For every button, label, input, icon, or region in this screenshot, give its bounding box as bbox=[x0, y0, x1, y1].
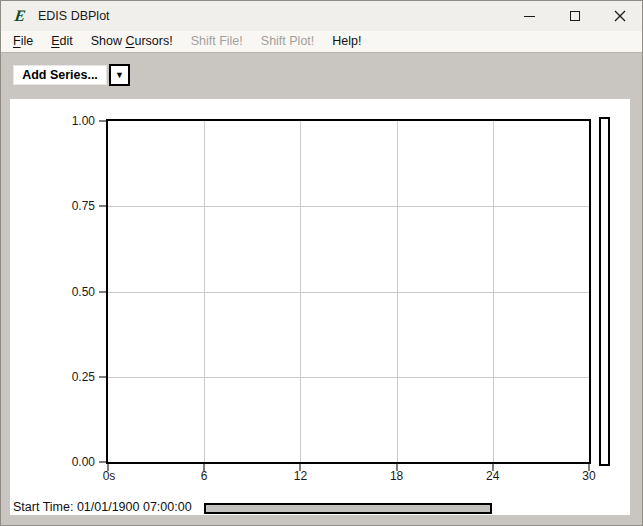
vertical-slider[interactable] bbox=[599, 117, 610, 466]
menu-shift-file: Shift File! bbox=[182, 32, 252, 52]
menu-label: ursors! bbox=[134, 34, 172, 48]
x-tick-label: 6 bbox=[201, 469, 208, 483]
window-controls bbox=[507, 1, 642, 31]
gridline bbox=[493, 121, 494, 462]
add-series-combo: Add Series... ▼ bbox=[13, 64, 130, 86]
menu-label: Help! bbox=[332, 34, 361, 48]
x-tick-label: 0s bbox=[103, 469, 116, 483]
title-bar: E EDIS DBPlot bbox=[1, 1, 642, 31]
app-logo-icon: E bbox=[10, 7, 31, 25]
gridline bbox=[397, 121, 398, 462]
app-window: E EDIS DBPlot File Edit Show Cursors! Sh… bbox=[0, 0, 643, 526]
gridline bbox=[300, 121, 301, 462]
chevron-down-icon: ▼ bbox=[115, 71, 124, 80]
menu-shift-plot: Shift Plot! bbox=[252, 32, 324, 52]
gridline bbox=[108, 377, 589, 378]
x-tick-label: 18 bbox=[390, 469, 403, 483]
menu-label: ile bbox=[21, 34, 34, 48]
minimize-button[interactable] bbox=[507, 1, 552, 31]
y-tick-label: 0.50 bbox=[72, 285, 95, 299]
horizontal-slider[interactable] bbox=[204, 503, 492, 514]
toolbar: Add Series... ▼ bbox=[1, 54, 642, 99]
plot-area: 1.00 0.75 0.50 0.25 0.00 0s 6 12 18 24 3… bbox=[106, 119, 591, 464]
gridline bbox=[204, 121, 205, 462]
menu-file[interactable]: File bbox=[4, 32, 42, 52]
menu-bar: File Edit Show Cursors! Shift File! Shif… bbox=[1, 31, 642, 53]
menu-show-cursors[interactable]: Show Cursors! bbox=[82, 32, 182, 52]
menu-mnemonic: F bbox=[13, 34, 21, 48]
add-series-dropdown-button[interactable]: ▼ bbox=[109, 64, 130, 86]
x-tick-label: 30 bbox=[582, 469, 595, 483]
window-title: EDIS DBPlot bbox=[38, 9, 110, 23]
y-tick-label: 0.00 bbox=[72, 455, 95, 469]
menu-label: dit bbox=[60, 34, 73, 48]
gridline bbox=[108, 292, 589, 293]
menu-label: Shift Plot! bbox=[261, 34, 315, 48]
close-button[interactable] bbox=[597, 1, 642, 31]
menu-help[interactable]: Help! bbox=[323, 32, 370, 52]
menu-label: Shift File! bbox=[191, 34, 243, 48]
y-tick-label: 0.25 bbox=[72, 370, 95, 384]
add-series-combobox[interactable]: Add Series... bbox=[13, 65, 107, 85]
x-tick-label: 24 bbox=[486, 469, 499, 483]
y-tick-label: 1.00 bbox=[72, 114, 95, 128]
menu-mnemonic: E bbox=[51, 34, 59, 48]
maximize-icon bbox=[570, 11, 580, 21]
maximize-button[interactable] bbox=[552, 1, 597, 31]
menu-edit[interactable]: Edit bbox=[42, 32, 82, 52]
y-tick-label: 0.75 bbox=[72, 199, 95, 213]
x-tick-label: 12 bbox=[294, 469, 307, 483]
gridline bbox=[108, 206, 589, 207]
minimize-icon bbox=[524, 16, 535, 17]
menu-label: Show bbox=[91, 34, 126, 48]
start-time-label: Start Time: 01/01/1900 07:00:00 bbox=[13, 500, 192, 514]
close-icon bbox=[614, 10, 626, 22]
